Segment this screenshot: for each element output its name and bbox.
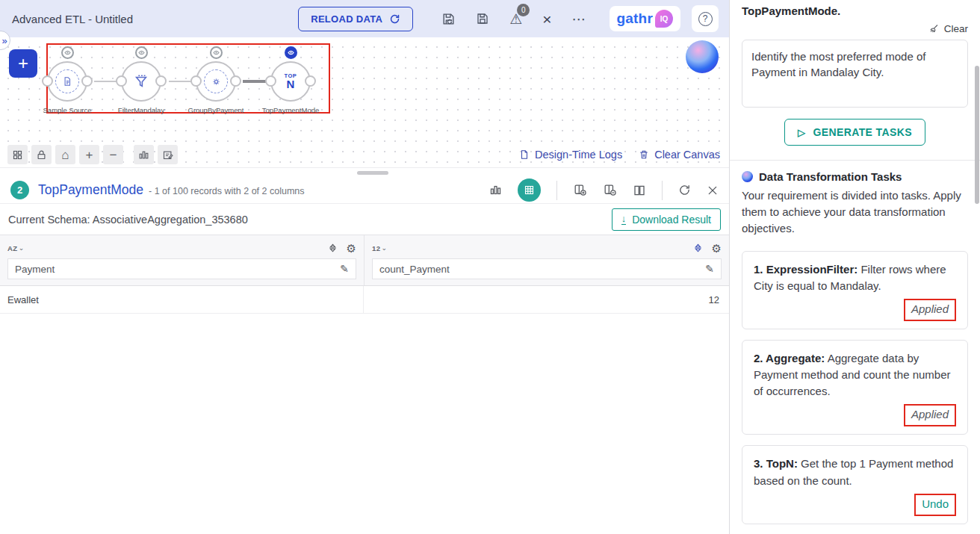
task-status: Applied bbox=[911, 302, 949, 315]
input-port[interactable] bbox=[265, 75, 276, 87]
task-card-topn: 3. TopN: Get the top 1 Payment method ba… bbox=[742, 445, 968, 524]
input-port[interactable] bbox=[42, 75, 53, 87]
help-button[interactable]: ? bbox=[692, 5, 719, 32]
divider bbox=[556, 181, 557, 200]
sidebar-title: TopPaymentMode. bbox=[742, 4, 968, 17]
add-column-icon[interactable] bbox=[573, 183, 587, 197]
output-port[interactable] bbox=[81, 75, 93, 87]
output-port[interactable] bbox=[305, 75, 316, 87]
column-settings-icon[interactable]: ⚙ bbox=[712, 243, 722, 254]
node-top-payment-mode[interactable]: TOP N TopPaymentMode bbox=[255, 46, 326, 114]
save-icon[interactable] bbox=[476, 12, 489, 25]
node-circle[interactable] bbox=[196, 61, 236, 102]
tasks-orb-icon bbox=[742, 171, 753, 182]
result-panel-title[interactable]: TopPaymentMode bbox=[38, 182, 143, 198]
refresh-icon bbox=[389, 13, 400, 25]
main-area: Advanced ETL - Untitled RELOAD DATA bbox=[0, 0, 729, 534]
node-label: FilterMandalay bbox=[118, 106, 164, 114]
chart-view-icon[interactable] bbox=[489, 184, 502, 196]
canvas-links: Design-Time Logs Clear Canvas bbox=[519, 149, 720, 161]
node-filter-mandalay[interactable]: FilterMandalay bbox=[105, 46, 177, 114]
node-group-by-payment[interactable]: GroupByPayment bbox=[180, 46, 252, 114]
node-circle[interactable]: TOP N bbox=[270, 61, 311, 102]
node-circle[interactable] bbox=[121, 61, 161, 102]
tasks-intro-text: Your requirement is divided into tasks. … bbox=[742, 187, 968, 237]
reload-data-button[interactable]: RELOAD DATA bbox=[298, 7, 413, 31]
page-title: Advanced ETL - Untitled bbox=[12, 13, 133, 25]
close-pipeline-icon[interactable]: × bbox=[542, 11, 551, 27]
close-panel-icon[interactable] bbox=[707, 184, 719, 196]
more-options-icon[interactable]: ⋯ bbox=[572, 10, 587, 28]
validation-errors-icon[interactable]: ⚠ 0 bbox=[509, 10, 522, 28]
edit-column-icon[interactable]: ✎ bbox=[705, 263, 714, 275]
table-view-icon-active[interactable] bbox=[518, 178, 541, 202]
topn-icon: TOP N bbox=[285, 74, 297, 89]
cell-count-payment: 12 bbox=[364, 294, 729, 305]
column-header-count-payment: 12⌄ ⚙ count_Payment ✎ bbox=[364, 235, 729, 285]
refresh-result-icon[interactable] bbox=[678, 184, 691, 196]
notes-button[interactable] bbox=[158, 145, 178, 164]
panel-divider bbox=[0, 167, 729, 177]
section-divider bbox=[730, 160, 980, 161]
task-card-aggregate: 2. Aggregate: Aggregate data by Payment … bbox=[742, 340, 968, 435]
remove-column-icon[interactable] bbox=[603, 183, 617, 197]
undo-task-link[interactable]: Undo bbox=[922, 497, 949, 510]
design-time-logs-link[interactable]: Design-Time Logs bbox=[519, 149, 622, 161]
cell-payment: Ewallet bbox=[0, 286, 364, 313]
watch-toggle-icon-active[interactable] bbox=[285, 46, 297, 59]
grid-view-button[interactable] bbox=[7, 145, 28, 164]
dataset-icon bbox=[55, 69, 79, 93]
resize-handle[interactable] bbox=[357, 171, 388, 175]
requirement-input[interactable]: Identify the most preferred mode of Paym… bbox=[742, 40, 968, 108]
watch-toggle-icon[interactable] bbox=[61, 46, 74, 59]
watch-toggle-icon[interactable] bbox=[135, 46, 148, 59]
generate-tasks-button[interactable]: ▷ GENERATE TASKS bbox=[784, 119, 925, 146]
node-label: TopPaymentMode bbox=[262, 106, 320, 114]
aggregate-gear-icon bbox=[204, 69, 228, 93]
pipeline-stats-button[interactable] bbox=[134, 145, 154, 164]
iq-badge: IQ bbox=[655, 10, 673, 28]
output-port[interactable] bbox=[230, 75, 241, 87]
topbar-icon-group: ⚠ 0 × ⋯ bbox=[441, 10, 586, 28]
document-icon bbox=[519, 149, 530, 161]
edit-column-icon[interactable]: ✎ bbox=[340, 263, 349, 275]
task-card-expression-filter: 1. ExpressionFilter: Filter rows where C… bbox=[742, 251, 968, 329]
lock-canvas-button[interactable] bbox=[31, 145, 52, 164]
table-row[interactable]: Ewallet 12 bbox=[0, 286, 729, 314]
task-status: Applied bbox=[911, 408, 949, 420]
save-version-icon[interactable] bbox=[441, 12, 456, 26]
watch-toggle-icon[interactable] bbox=[210, 46, 223, 59]
gathr-iq-logo[interactable]: gathr IQ bbox=[610, 6, 681, 31]
number-type-icon: 12 bbox=[372, 244, 381, 252]
sort-icon-active[interactable] bbox=[693, 243, 703, 253]
broom-icon bbox=[928, 23, 940, 34]
zoom-in-button[interactable]: + bbox=[79, 145, 99, 164]
annotation-highlight-box: Undo bbox=[914, 494, 956, 516]
node-circle[interactable] bbox=[47, 61, 87, 102]
clear-canvas-link[interactable]: Clear Canvas bbox=[639, 149, 720, 161]
output-port[interactable] bbox=[155, 75, 167, 87]
column-name-field[interactable]: count_Payment ✎ bbox=[372, 258, 722, 279]
trash-icon bbox=[639, 149, 649, 161]
compare-columns-icon[interactable] bbox=[633, 184, 646, 197]
play-icon: ▷ bbox=[798, 127, 805, 138]
error-count-badge: 0 bbox=[517, 4, 530, 16]
home-view-button[interactable]: ⌂ bbox=[55, 145, 75, 164]
pipeline-canvas[interactable]: » + Sample Sourc bbox=[0, 37, 729, 167]
sort-icon[interactable] bbox=[328, 243, 338, 253]
annotation-highlight-box: Applied bbox=[904, 299, 956, 321]
sidebar-scrollbar[interactable] bbox=[975, 66, 979, 204]
zoom-out-button[interactable]: − bbox=[103, 145, 123, 164]
input-port[interactable] bbox=[116, 75, 127, 87]
node-sample-source[interactable]: Sample Source bbox=[31, 46, 103, 114]
column-name-field[interactable]: Payment ✎ bbox=[7, 258, 356, 279]
column-settings-icon[interactable]: ⚙ bbox=[347, 243, 356, 254]
gathr-logo-text: gathr bbox=[617, 10, 654, 27]
step-number-badge: 2 bbox=[10, 181, 29, 199]
table-header: AZ⌄ ⚙ Payment ✎ bbox=[0, 235, 729, 286]
input-port[interactable] bbox=[190, 75, 202, 87]
clear-prompt-link[interactable]: Clear bbox=[928, 23, 968, 34]
assistant-orb-icon[interactable] bbox=[686, 40, 719, 73]
download-result-button[interactable]: ↓ Download Result bbox=[612, 208, 721, 231]
node-label: GroupByPayment bbox=[188, 106, 244, 114]
